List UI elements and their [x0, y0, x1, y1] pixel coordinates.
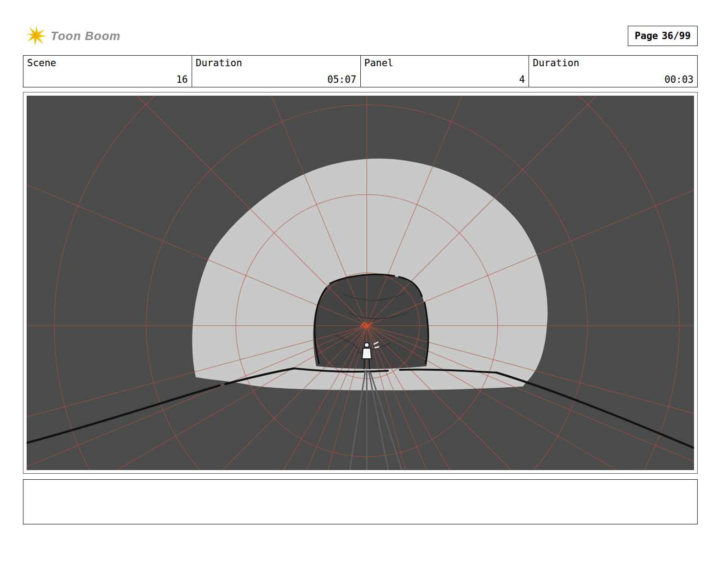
- toonboom-logo: Toon Boom: [26, 25, 120, 47]
- scene-info-table: Scene 16 Duration 05:07 Panel 4 Duration…: [23, 55, 698, 87]
- page-label: Page: [635, 30, 658, 41]
- scene-label: Scene: [27, 57, 188, 69]
- scene-value: 16: [176, 74, 188, 85]
- storyboard-panel-frame: [23, 92, 698, 474]
- panel-duration-label: Duration: [533, 57, 694, 69]
- toonboom-burst-icon: [26, 25, 47, 46]
- storyboard-page: Toon Boom Page 36/99 Scene 16 Duration 0…: [0, 0, 728, 563]
- panel-duration-value: 00:03: [665, 74, 694, 85]
- storyboard-drawing: [27, 96, 694, 470]
- panel-duration-cell: Duration 00:03: [529, 56, 697, 87]
- caption-box: [23, 479, 698, 524]
- panel-cell: Panel 4: [361, 56, 529, 87]
- page-number-box: Page 36/99: [628, 26, 698, 46]
- page-value: 36/99: [662, 30, 691, 41]
- scene-duration-cell: Duration 05:07: [192, 56, 361, 87]
- scene-duration-label: Duration: [196, 57, 357, 69]
- panel-value: 4: [519, 74, 525, 85]
- logo-text: Toon Boom: [51, 29, 120, 43]
- panel-label: Panel: [364, 57, 525, 69]
- scene-duration-value: 05:07: [327, 74, 356, 85]
- scene-cell: Scene 16: [23, 56, 192, 87]
